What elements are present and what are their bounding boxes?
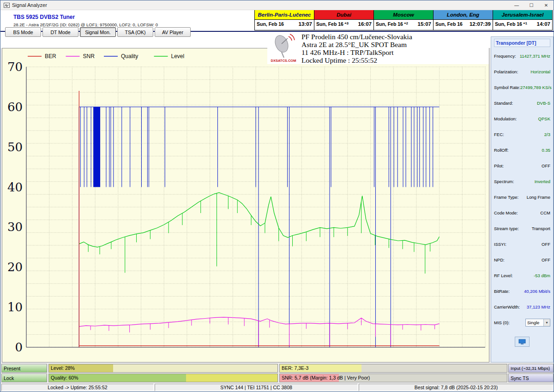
app-icon	[4, 2, 10, 8]
svg-text:0: 0	[15, 340, 23, 354]
transponder-row-standard: Standard:DVB-S	[494, 95, 550, 111]
transponder-row-frame-type: Frame Type:Long Frame	[494, 189, 550, 205]
chevron-down-icon[interactable]: ▼	[543, 319, 550, 326]
mode-button-dt-mode[interactable]: DT Mode	[42, 27, 78, 37]
panel-action-button[interactable]	[515, 337, 530, 347]
clock-berlin-paris-lu-enec: Berlin-Paris-LučenecSun, Feb 1613:07	[255, 10, 314, 30]
annotation-line: PF Prodelin 450 cm/Lučenec-Slovakia	[301, 33, 412, 41]
close-button[interactable]: ✕	[539, 0, 554, 10]
transponder-value: 27499,789 KS/s	[520, 85, 552, 90]
transponder-row-frequency: Frequency:11427,371 MHz	[494, 48, 550, 64]
mode-button-bar: BS ModeDT ModeSignal Mon.TSA (OK)AV Play…	[5, 27, 191, 37]
statusbar-cell-0: Locked -> Uptime: 25:55:52	[1, 384, 154, 391]
transponder-value: 11427,371 MHz	[520, 53, 550, 59]
transponder-value: 2/3	[544, 132, 550, 137]
transponder-label: Symbol Rate:	[494, 85, 520, 90]
clock-time: 12:07:39	[470, 21, 491, 27]
transponder-row-rolloff: RollOff:0.35	[494, 142, 550, 158]
svg-text:60: 60	[7, 100, 23, 114]
transponder-label: Frame Type:	[494, 195, 518, 200]
mode-button-bs-mode[interactable]: BS Mode	[5, 27, 41, 37]
clock-city-label: Berlin-Paris-Lučenec	[255, 10, 314, 20]
clock-time: 13:07	[299, 21, 312, 27]
clock-utc-offset: +2	[404, 21, 408, 25]
progress-label: SNR: 5,7 dB (Margin: 1,3 dB | Very Poor)	[282, 374, 370, 382]
transponder-label: Code Mode:	[494, 210, 518, 215]
annotation-line: 11 426 MHz-H : TRP/TalkSport	[301, 48, 412, 56]
transponder-label: Stream type:	[494, 226, 519, 231]
annotation-line: Astra 2E at 28.5°E_UK SPOT Beam	[301, 41, 412, 48]
transponder-row-bitrate: BitRate:40,206 Mbit/s	[494, 283, 550, 299]
clock-date: Sun, Feb 16	[376, 21, 403, 27]
transponder-row-polarization: Polarization:Horizontal	[494, 64, 550, 79]
window-title: Signal Analyzer	[12, 2, 47, 8]
indicator-row-top: PresentLevel: 28%BER: 7,3E-3Input (~32,3…	[0, 364, 554, 373]
clock-city-label: Jerusalem-Israel	[493, 10, 552, 20]
clock-time-row: Sun, Feb 16+316:07	[314, 20, 373, 30]
svg-text:BER: BER	[45, 53, 56, 59]
mode-button-signal-mon[interactable]: Signal Mon.	[80, 27, 116, 37]
transponder-label: Spectrum:	[494, 179, 514, 184]
clock-time: 14:07	[537, 21, 550, 27]
progress-bar-quality: Quality: 60%	[48, 374, 278, 382]
transponder-row-npd: NPD:OFF	[494, 252, 550, 267]
transponder-row-issyi: ISSYI:OFF	[494, 236, 550, 252]
annotation-line: Locked Uptime : 25:55:52	[301, 56, 412, 64]
transponder-value: Long Frame	[527, 195, 550, 200]
statusbar-cell-1: SYNC 144 | TEI 11751 | CC 3808	[155, 384, 358, 391]
transponder-value: Inverted	[535, 179, 550, 184]
clock-city-label: London, Eng	[434, 10, 493, 20]
progress-label: Quality: 60%	[51, 374, 78, 382]
signal-analyzer-window: { "window": {"title": "Signal Analyzer",…	[0, 0, 554, 392]
transponder-value: Transport	[532, 226, 550, 231]
logo-text: DXSATCS.COM	[271, 59, 296, 63]
transponder-panel: Transponder [DT] Frequency:11427,371 MHz…	[491, 36, 554, 362]
transponder-label: NPD:	[494, 257, 505, 262]
status-lamp-input-32-31-mbps: Input (~32,31 Mbps)	[508, 364, 554, 373]
window-controls: — ☐ ✕	[509, 0, 554, 10]
clock-city-label: Moscow	[374, 10, 433, 20]
clock-date: Sun, Feb 16	[495, 21, 522, 27]
clock-time-row: Sun, Feb 1613:07	[255, 20, 314, 30]
signal-chart: 010203040506070BERSNRQualityLevel	[2, 48, 489, 362]
title-bar: Signal Analyzer — ☐ ✕	[0, 0, 554, 10]
clock-time-row: Sun, Feb 16+114:07	[493, 20, 552, 30]
svg-text:20: 20	[7, 260, 23, 274]
clock-london-eng: London, EngSun, Feb 1612:07:39	[434, 10, 493, 30]
mode-button-av-player[interactable]: AV Player	[155, 27, 191, 37]
transponder-value: 40,206 Mbit/s	[524, 289, 550, 294]
svg-text:50: 50	[7, 140, 23, 154]
clock-city-label: Dubai	[314, 10, 373, 20]
annotation-text: PF Prodelin 450 cm/Lučenec-SlovakiaAstra…	[298, 32, 412, 64]
transponder-label: RollOff:	[494, 148, 509, 153]
transponder-row-spectrum: Spectrum:Inverted	[494, 173, 550, 189]
transponder-title: Transponder [DT]	[494, 39, 550, 47]
mis-select[interactable]: Single▼	[525, 319, 550, 327]
clock-time-row: Sun, Feb 16+215:07	[374, 20, 433, 30]
maximize-button[interactable]: ☐	[524, 0, 539, 10]
clock-date: Sun, Feb 16	[257, 21, 284, 27]
transponder-label: CarrierWidth:	[494, 304, 520, 309]
minimize-button[interactable]: —	[509, 0, 524, 10]
mode-button-tsa-ok[interactable]: TSA (OK)	[117, 27, 153, 37]
clock-time: 15:07	[418, 21, 431, 27]
transponder-value: OFF	[542, 257, 550, 262]
svg-text:SNR: SNR	[83, 53, 95, 59]
transponder-row-modulation: Modulation:QPSK	[494, 111, 550, 126]
transponder-label: Frequency:	[494, 53, 516, 59]
transponder-value: 37,123 MHz	[527, 304, 550, 309]
transponder-value: QPSK	[538, 116, 550, 121]
transponder-value: 0.35	[542, 148, 551, 153]
svg-text:Level: Level	[171, 53, 185, 59]
annotation-overlay: DXSATCS.COM PF Prodelin 450 cm/Lučenec-S…	[267, 32, 489, 64]
clock-time: 16:07	[358, 21, 372, 27]
transponder-label: ISSYI:	[494, 242, 506, 247]
mis-selected-value: Single	[527, 320, 539, 325]
transponder-label: Standard:	[494, 101, 513, 106]
transponder-row-stream-type: Stream type:Transport	[494, 220, 550, 236]
transponder-row-carrierwidth: CarrierWidth:37,123 MHz	[494, 299, 550, 315]
transponder-row-rf-level: RF Level:-53 dBm	[494, 267, 550, 283]
clock-utc-offset: +1	[523, 21, 527, 25]
statusbar-cell-2: Best signal: 7,8 dB (2025-02-15 20:23)	[359, 384, 554, 391]
svg-text:10: 10	[7, 300, 23, 314]
